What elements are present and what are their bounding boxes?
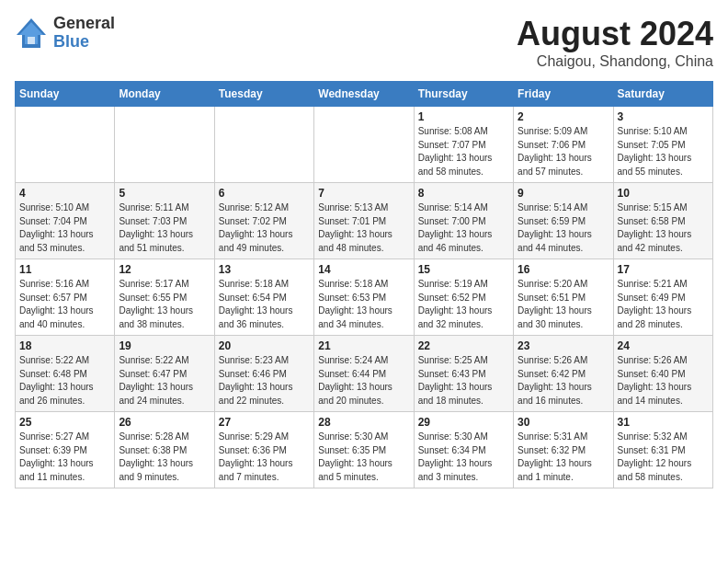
day-number: 27: [219, 416, 310, 429]
day-info: Sunrise: 5:26 AM Sunset: 6:40 PM Dayligh…: [618, 354, 709, 408]
day-number: 18: [19, 339, 110, 352]
day-number: 4: [19, 187, 110, 200]
weekday-header-sunday: Sunday: [16, 82, 115, 107]
day-cell: 2Sunrise: 5:09 AM Sunset: 7:06 PM Daylig…: [514, 107, 613, 183]
day-number: 12: [119, 263, 210, 276]
day-number: 28: [318, 416, 409, 429]
day-cell: 4Sunrise: 5:10 AM Sunset: 7:04 PM Daylig…: [16, 183, 115, 259]
day-cell: 24Sunrise: 5:26 AM Sunset: 6:40 PM Dayli…: [613, 336, 712, 412]
day-number: 25: [19, 416, 110, 429]
week-row-4: 18Sunrise: 5:22 AM Sunset: 6:48 PM Dayli…: [16, 336, 713, 412]
logo-blue: Blue: [53, 32, 89, 51]
day-number: 26: [119, 416, 210, 429]
day-number: 30: [518, 416, 609, 429]
day-info: Sunrise: 5:18 AM Sunset: 6:54 PM Dayligh…: [219, 278, 310, 331]
day-number: 10: [618, 187, 709, 200]
weekday-header-thursday: Thursday: [414, 82, 513, 107]
day-cell: 14Sunrise: 5:18 AM Sunset: 6:53 PM Dayli…: [314, 259, 414, 336]
day-cell: 1Sunrise: 5:08 AM Sunset: 7:07 PM Daylig…: [414, 107, 513, 183]
day-info: Sunrise: 5:10 AM Sunset: 7:05 PM Dayligh…: [618, 125, 709, 178]
day-number: 22: [418, 339, 509, 352]
day-info: Sunrise: 5:22 AM Sunset: 6:48 PM Dayligh…: [19, 354, 110, 408]
day-number: 14: [318, 263, 409, 276]
logo-text: General Blue: [53, 15, 115, 52]
day-info: Sunrise: 5:08 AM Sunset: 7:07 PM Dayligh…: [418, 125, 509, 178]
day-info: Sunrise: 5:20 AM Sunset: 6:51 PM Dayligh…: [518, 278, 609, 331]
day-cell: [16, 107, 115, 183]
week-row-2: 4Sunrise: 5:10 AM Sunset: 7:04 PM Daylig…: [16, 183, 713, 259]
day-number: 16: [518, 263, 609, 276]
day-info: Sunrise: 5:18 AM Sunset: 6:53 PM Dayligh…: [318, 278, 409, 331]
day-number: 19: [119, 339, 210, 352]
day-cell: 31Sunrise: 5:32 AM Sunset: 6:31 PM Dayli…: [613, 412, 712, 488]
day-info: Sunrise: 5:10 AM Sunset: 7:04 PM Dayligh…: [19, 201, 110, 255]
day-cell: 3Sunrise: 5:10 AM Sunset: 7:05 PM Daylig…: [613, 107, 712, 183]
day-cell: [314, 107, 414, 183]
day-info: Sunrise: 5:32 AM Sunset: 6:31 PM Dayligh…: [618, 431, 709, 484]
title-area: August 2024 Chaigou, Shandong, China: [517, 15, 713, 70]
weekday-header-row: SundayMondayTuesdayWednesdayThursdayFrid…: [16, 82, 713, 107]
day-cell: 17Sunrise: 5:21 AM Sunset: 6:49 PM Dayli…: [613, 259, 712, 336]
day-cell: 12Sunrise: 5:17 AM Sunset: 6:55 PM Dayli…: [115, 259, 214, 336]
day-cell: 11Sunrise: 5:16 AM Sunset: 6:57 PM Dayli…: [16, 259, 115, 336]
subtitle: Chaigou, Shandong, China: [517, 53, 713, 70]
day-number: 7: [318, 187, 409, 200]
weekday-header-friday: Friday: [514, 82, 613, 107]
day-cell: 21Sunrise: 5:24 AM Sunset: 6:44 PM Dayli…: [314, 336, 414, 412]
day-number: 8: [418, 187, 509, 200]
week-row-5: 25Sunrise: 5:27 AM Sunset: 6:39 PM Dayli…: [16, 412, 713, 488]
day-info: Sunrise: 5:27 AM Sunset: 6:39 PM Dayligh…: [19, 431, 110, 484]
day-number: 6: [219, 187, 310, 200]
day-info: Sunrise: 5:19 AM Sunset: 6:52 PM Dayligh…: [418, 278, 509, 331]
day-number: 24: [618, 339, 709, 352]
day-number: 15: [418, 263, 509, 276]
day-number: 11: [19, 263, 110, 276]
day-info: Sunrise: 5:13 AM Sunset: 7:01 PM Dayligh…: [318, 201, 409, 255]
day-number: 20: [219, 339, 310, 352]
day-cell: 18Sunrise: 5:22 AM Sunset: 6:48 PM Dayli…: [16, 336, 115, 412]
day-cell: 20Sunrise: 5:23 AM Sunset: 6:46 PM Dayli…: [214, 336, 313, 412]
day-info: Sunrise: 5:28 AM Sunset: 6:38 PM Dayligh…: [119, 431, 210, 484]
day-number: 31: [618, 416, 709, 429]
day-number: 17: [618, 263, 709, 276]
day-cell: 5Sunrise: 5:11 AM Sunset: 7:03 PM Daylig…: [115, 183, 214, 259]
day-info: Sunrise: 5:17 AM Sunset: 6:55 PM Dayligh…: [119, 278, 210, 331]
day-info: Sunrise: 5:31 AM Sunset: 6:32 PM Dayligh…: [518, 431, 609, 484]
day-number: 9: [518, 187, 609, 200]
day-info: Sunrise: 5:24 AM Sunset: 6:44 PM Dayligh…: [318, 354, 409, 408]
day-cell: 30Sunrise: 5:31 AM Sunset: 6:32 PM Dayli…: [514, 412, 613, 488]
day-cell: 19Sunrise: 5:22 AM Sunset: 6:47 PM Dayli…: [115, 336, 214, 412]
day-cell: 16Sunrise: 5:20 AM Sunset: 6:51 PM Dayli…: [514, 259, 613, 336]
day-info: Sunrise: 5:23 AM Sunset: 6:46 PM Dayligh…: [219, 354, 310, 408]
weekday-header-wednesday: Wednesday: [314, 82, 414, 107]
day-info: Sunrise: 5:26 AM Sunset: 6:42 PM Dayligh…: [518, 354, 609, 408]
day-cell: 7Sunrise: 5:13 AM Sunset: 7:01 PM Daylig…: [314, 183, 414, 259]
day-number: 3: [618, 110, 709, 123]
main-title: August 2024: [517, 15, 713, 53]
day-cell: 6Sunrise: 5:12 AM Sunset: 7:02 PM Daylig…: [214, 183, 313, 259]
day-info: Sunrise: 5:25 AM Sunset: 6:43 PM Dayligh…: [418, 354, 509, 408]
logo-general: General: [53, 14, 115, 32]
day-number: 29: [418, 416, 509, 429]
weekday-header-tuesday: Tuesday: [214, 82, 313, 107]
weekday-header-monday: Monday: [115, 82, 214, 107]
day-info: Sunrise: 5:29 AM Sunset: 6:36 PM Dayligh…: [219, 431, 310, 484]
day-info: Sunrise: 5:11 AM Sunset: 7:03 PM Dayligh…: [119, 201, 210, 255]
day-info: Sunrise: 5:21 AM Sunset: 6:49 PM Dayligh…: [618, 278, 709, 331]
week-row-3: 11Sunrise: 5:16 AM Sunset: 6:57 PM Dayli…: [16, 259, 713, 336]
day-cell: 28Sunrise: 5:30 AM Sunset: 6:35 PM Dayli…: [314, 412, 414, 488]
day-number: 1: [418, 110, 509, 123]
day-number: 21: [318, 339, 409, 352]
day-cell: 29Sunrise: 5:30 AM Sunset: 6:34 PM Dayli…: [414, 412, 513, 488]
day-info: Sunrise: 5:16 AM Sunset: 6:57 PM Dayligh…: [19, 278, 110, 331]
day-cell: 10Sunrise: 5:15 AM Sunset: 6:58 PM Dayli…: [613, 183, 712, 259]
logo-icon: [15, 17, 48, 50]
day-info: Sunrise: 5:14 AM Sunset: 7:00 PM Dayligh…: [418, 201, 509, 255]
weekday-header-saturday: Saturday: [613, 82, 712, 107]
day-number: 2: [518, 110, 609, 123]
day-cell: 26Sunrise: 5:28 AM Sunset: 6:38 PM Dayli…: [115, 412, 214, 488]
day-cell: 8Sunrise: 5:14 AM Sunset: 7:00 PM Daylig…: [414, 183, 513, 259]
week-row-1: 1Sunrise: 5:08 AM Sunset: 7:07 PM Daylig…: [16, 107, 713, 183]
day-cell: 9Sunrise: 5:14 AM Sunset: 6:59 PM Daylig…: [514, 183, 613, 259]
header: General Blue August 2024 Chaigou, Shando…: [15, 15, 713, 70]
